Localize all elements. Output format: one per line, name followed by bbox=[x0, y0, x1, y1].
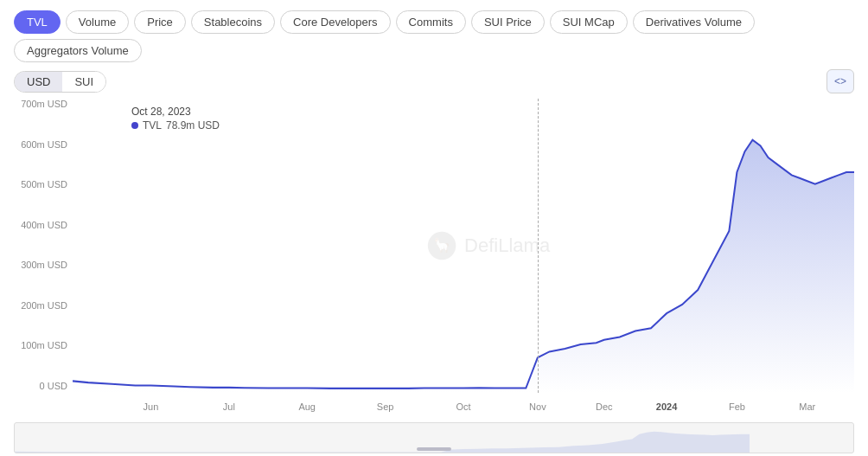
currency-usd[interactable]: USD bbox=[15, 72, 62, 92]
chart-wrapper: 🦙 DefiLlama Oct 28, 2023 TVL 78.9m USD bbox=[73, 99, 854, 393]
tab-derivatives-volume[interactable]: Derivatives Volume bbox=[633, 10, 755, 34]
y-label: 500m USD bbox=[14, 179, 73, 189]
y-axis: 0 USD100m USD200m USD300m USD400m USD500… bbox=[14, 99, 73, 393]
tab-core-developers[interactable]: Core Developers bbox=[280, 10, 391, 34]
currency-sui[interactable]: SUI bbox=[62, 72, 105, 92]
x-label-feb: Feb bbox=[729, 401, 745, 412]
currency-group: USDSUI bbox=[14, 71, 106, 93]
tab-sui-price[interactable]: SUI Price bbox=[471, 10, 545, 34]
chart-svg bbox=[73, 99, 854, 393]
y-label: 100m USD bbox=[14, 340, 73, 350]
x-label-jun: Jun bbox=[144, 401, 159, 412]
scrollbar[interactable] bbox=[14, 422, 854, 453]
x-label-2024: 2024 bbox=[656, 401, 677, 412]
x-label-sep: Sep bbox=[377, 401, 394, 412]
x-label-dec: Dec bbox=[596, 401, 613, 412]
embed-button[interactable]: <> bbox=[827, 69, 854, 93]
tab-volume[interactable]: Volume bbox=[66, 10, 129, 34]
x-axis: JunJulAugSepOctNovDec2024FebMar bbox=[73, 395, 854, 419]
tab-stablecoins[interactable]: Stablecoins bbox=[191, 10, 275, 34]
chart-area: 0 USD100m USD200m USD300m USD400m USD500… bbox=[14, 99, 854, 419]
tab-tvl[interactable]: TVL bbox=[14, 10, 61, 34]
x-label-aug: Aug bbox=[298, 401, 316, 412]
x-label-nov: Nov bbox=[529, 401, 546, 412]
currency-row: USDSUI <> bbox=[14, 69, 854, 93]
y-label: 600m USD bbox=[14, 139, 73, 150]
y-label: 200m USD bbox=[14, 300, 73, 311]
x-label-mar: Mar bbox=[799, 401, 815, 412]
tab-commits[interactable]: Commits bbox=[396, 10, 466, 34]
tab-sui-mcap[interactable]: SUI MCap bbox=[550, 10, 628, 34]
y-label: 300m USD bbox=[14, 260, 73, 270]
y-label: 700m USD bbox=[14, 99, 73, 109]
tab-price[interactable]: Price bbox=[134, 10, 186, 34]
y-label: 400m USD bbox=[14, 220, 73, 230]
tab-row: TVLVolumePriceStablecoinsCore Developers… bbox=[14, 10, 854, 62]
x-label-oct: Oct bbox=[456, 401, 470, 412]
main-container: TVLVolumePriceStablecoinsCore Developers… bbox=[0, 0, 868, 456]
tab-aggregators-volume[interactable]: Aggregators Volume bbox=[14, 39, 142, 62]
x-label-jul: Jul bbox=[223, 401, 235, 412]
y-label: 0 USD bbox=[14, 381, 73, 391]
